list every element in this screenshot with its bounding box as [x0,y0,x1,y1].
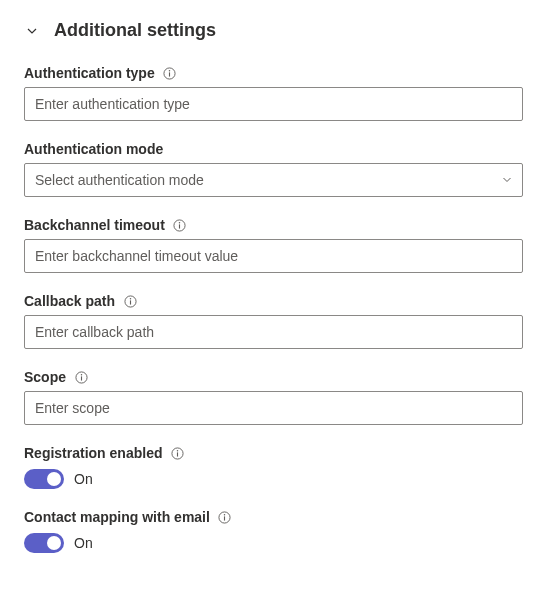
registration-enabled-toggle[interactable] [24,469,64,489]
svg-point-16 [224,513,225,514]
callback-path-label: Callback path [24,293,115,309]
callback-path-input[interactable] [24,315,523,349]
field-auth-mode: Authentication mode Select authenticatio… [24,141,523,197]
auth-mode-select[interactable]: Select authentication mode [24,163,523,197]
toggle-knob [47,536,61,550]
info-icon[interactable] [123,294,137,308]
svg-point-13 [177,449,178,450]
svg-rect-5 [179,224,180,228]
field-backchannel-timeout: Backchannel timeout [24,217,523,273]
field-callback-path: Callback path [24,293,523,349]
field-label-row: Authentication mode [24,141,523,157]
toggle-row: On [24,533,523,553]
registration-enabled-state: On [74,471,93,487]
select-wrapper: Select authentication mode [24,163,523,197]
info-icon[interactable] [173,218,187,232]
field-auth-type: Authentication type [24,65,523,121]
registration-enabled-label: Registration enabled [24,445,162,461]
field-registration-enabled: Registration enabled On [24,445,523,489]
info-icon[interactable] [218,510,232,524]
field-contact-mapping: Contact mapping with email On [24,509,523,553]
scope-input[interactable] [24,391,523,425]
svg-rect-11 [80,376,81,380]
svg-point-1 [169,69,170,70]
svg-point-10 [80,373,81,374]
field-label-row: Contact mapping with email [24,509,523,525]
svg-point-4 [179,221,180,222]
auth-type-label: Authentication type [24,65,155,81]
svg-rect-2 [169,72,170,76]
contact-mapping-toggle[interactable] [24,533,64,553]
backchannel-timeout-input[interactable] [24,239,523,273]
info-icon[interactable] [74,370,88,384]
svg-rect-14 [177,452,178,456]
chevron-down-icon[interactable] [24,23,40,39]
toggle-knob [47,472,61,486]
svg-rect-17 [224,516,225,520]
info-icon[interactable] [163,66,177,80]
backchannel-timeout-label: Backchannel timeout [24,217,165,233]
contact-mapping-state: On [74,535,93,551]
scope-label: Scope [24,369,66,385]
section-title: Additional settings [54,20,216,41]
info-icon[interactable] [170,446,184,460]
section-header: Additional settings [24,20,523,41]
auth-mode-label: Authentication mode [24,141,163,157]
auth-type-input[interactable] [24,87,523,121]
field-label-row: Authentication type [24,65,523,81]
contact-mapping-label: Contact mapping with email [24,509,210,525]
field-label-row: Callback path [24,293,523,309]
field-scope: Scope [24,369,523,425]
field-label-row: Backchannel timeout [24,217,523,233]
field-label-row: Scope [24,369,523,385]
svg-rect-8 [129,300,130,304]
toggle-row: On [24,469,523,489]
field-label-row: Registration enabled [24,445,523,461]
svg-point-7 [129,297,130,298]
